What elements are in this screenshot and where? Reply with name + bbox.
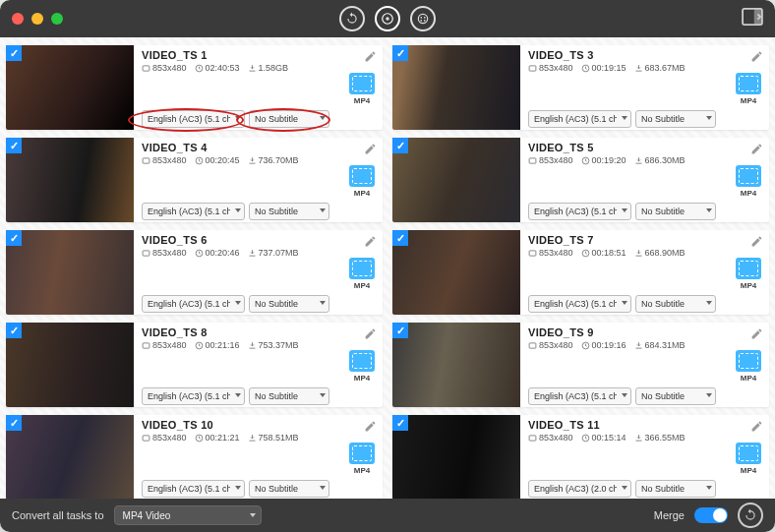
resolution-icon: 853x480 <box>528 155 573 165</box>
audio-track-select[interactable]: English (AC3) (5.1 ch) <box>142 110 245 128</box>
video-meta: 853x480 00:15:14 366.55MB <box>528 433 724 443</box>
format-mp4-icon <box>736 443 761 464</box>
task-checkbox[interactable] <box>392 138 408 153</box>
audio-track-select[interactable]: English (AC3) (5.1 ch) <box>528 203 631 220</box>
edit-task-button[interactable] <box>364 326 377 344</box>
subtitle-select[interactable]: No Subtitle <box>635 387 716 405</box>
edit-task-button[interactable] <box>750 142 763 159</box>
video-thumbnail[interactable] <box>392 138 520 222</box>
task-checkbox[interactable] <box>6 138 22 153</box>
subtitle-select[interactable]: No Subtitle <box>635 110 716 128</box>
filesize-icon: 684.31MB <box>634 340 686 350</box>
video-thumbnail[interactable] <box>392 415 520 499</box>
subtitle-select[interactable]: No Subtitle <box>249 387 329 405</box>
resolution-icon: 853x480 <box>142 248 187 258</box>
filesize-icon: 736.70MB <box>248 155 299 165</box>
subtitle-select[interactable]: No Subtitle <box>249 295 329 313</box>
subtitle-select[interactable]: No Subtitle <box>249 203 329 220</box>
format-mp4-icon <box>349 73 375 94</box>
task-checkbox[interactable] <box>392 45 408 61</box>
video-meta: 853x480 00:20:46 737.07MB <box>142 248 337 258</box>
video-thumbnail[interactable] <box>6 138 134 222</box>
video-meta: 853x480 02:40:53 1.58GB <box>142 63 337 73</box>
edit-task-button[interactable] <box>750 419 763 437</box>
filesize-icon: 366.55MB <box>634 433 686 443</box>
edit-task-button[interactable] <box>364 49 377 67</box>
zoom-window-button[interactable] <box>51 13 63 25</box>
merge-toggle[interactable] <box>694 507 728 523</box>
task-checkbox[interactable] <box>392 415 408 431</box>
duration-icon: 00:21:16 <box>195 340 240 350</box>
video-thumbnail[interactable] <box>392 230 520 315</box>
duration-icon: 00:21:21 <box>195 433 240 443</box>
duration-icon: 00:19:15 <box>581 63 626 73</box>
svg-rect-17 <box>143 250 149 255</box>
resolution-icon: 853x480 <box>142 340 187 350</box>
duration-icon: 00:20:46 <box>195 248 240 258</box>
audio-track-select[interactable]: English (AC3) (5.1 ch) <box>142 295 245 313</box>
merge-label: Merge <box>654 509 685 521</box>
filesize-icon: 668.90MB <box>634 248 686 258</box>
audio-track-select[interactable]: English (AC3) (5.1 ch) <box>142 203 245 220</box>
audio-track-select[interactable]: English (AC3) (5.1 ch) <box>528 387 631 405</box>
audio-track-select[interactable]: English (AC3) (5.1 ch) <box>528 110 631 128</box>
video-thumbnail[interactable] <box>6 45 134 130</box>
subtitle-select[interactable]: No Subtitle <box>249 480 329 498</box>
edit-task-button[interactable] <box>750 234 763 252</box>
close-window-button[interactable] <box>12 13 24 25</box>
convert-all-label: Convert all tasks to <box>12 509 104 521</box>
duration-icon: 00:19:20 <box>581 155 626 165</box>
tab-converting[interactable] <box>339 6 365 31</box>
edit-task-button[interactable] <box>364 419 377 437</box>
video-thumbnail[interactable] <box>6 230 134 315</box>
titlebar <box>0 0 775 37</box>
video-task-card: VIDEO_TS 8 853x480 00:21:16 753.37MB Eng… <box>6 323 383 407</box>
minimize-window-button[interactable] <box>31 13 43 25</box>
task-list[interactable]: VIDEO_TS 1 853x480 02:40:53 1.58GB Engli… <box>0 37 775 499</box>
audio-track-select[interactable]: English (AC3) (2.0 ch) <box>528 480 631 498</box>
subtitle-select[interactable]: No Subtitle <box>635 295 716 313</box>
task-checkbox[interactable] <box>6 45 22 61</box>
subtitle-select[interactable]: No Subtitle <box>249 110 329 128</box>
task-checkbox[interactable] <box>6 323 22 338</box>
task-checkbox[interactable] <box>392 323 408 338</box>
audio-track-select[interactable]: English (AC3) (5.1 ch) <box>142 387 245 405</box>
app-window: VIDEO_TS 1 853x480 02:40:53 1.58GB Engli… <box>0 0 775 532</box>
video-task-card: VIDEO_TS 11 853x480 00:15:14 366.55MB En… <box>392 415 769 499</box>
tab-toolbox[interactable] <box>410 6 436 31</box>
video-task-card: VIDEO_TS 3 853x480 00:19:15 683.67MB Eng… <box>392 45 769 130</box>
svg-point-5 <box>420 20 422 22</box>
filesize-icon: 753.37MB <box>248 340 299 350</box>
resolution-icon: 853x480 <box>528 340 573 350</box>
subtitle-select[interactable]: No Subtitle <box>635 480 716 498</box>
video-title: VIDEO_TS 8 <box>142 326 337 338</box>
svg-rect-15 <box>529 157 536 162</box>
video-thumbnail[interactable] <box>6 415 134 499</box>
start-convert-button[interactable] <box>738 502 763 528</box>
audio-track-select[interactable]: English (AC3) (5.1 ch) <box>528 295 631 313</box>
video-thumbnail[interactable] <box>6 323 134 407</box>
footer-bar: Convert all tasks to MP4 Video Merge <box>0 499 775 532</box>
duration-icon: 02:40:53 <box>195 63 240 73</box>
video-thumbnail[interactable] <box>392 323 520 407</box>
edit-task-button[interactable] <box>750 49 763 67</box>
task-checkbox[interactable] <box>392 230 408 246</box>
output-format-select[interactable]: MP4 Video <box>114 505 262 525</box>
edit-task-button[interactable] <box>364 142 377 159</box>
edit-task-button[interactable] <box>364 234 377 252</box>
video-meta: 853x480 00:19:16 684.31MB <box>528 340 724 350</box>
video-task-card: VIDEO_TS 9 853x480 00:19:16 684.31MB Eng… <box>392 323 769 407</box>
audio-track-select[interactable]: English (AC3) (5.1 ch) <box>142 480 245 498</box>
filesize-icon: 686.30MB <box>634 155 686 165</box>
task-checkbox[interactable] <box>6 230 22 246</box>
sidebar-toggle-icon[interactable] <box>742 8 763 30</box>
filesize-icon: 737.07MB <box>248 248 299 258</box>
svg-rect-23 <box>529 342 536 347</box>
task-checkbox[interactable] <box>6 415 22 431</box>
video-meta: 853x480 00:18:51 668.90MB <box>528 248 724 258</box>
resolution-icon: 853x480 <box>142 63 187 73</box>
edit-task-button[interactable] <box>750 326 763 344</box>
video-thumbnail[interactable] <box>392 45 520 130</box>
subtitle-select[interactable]: No Subtitle <box>635 203 716 220</box>
tab-downloading[interactable] <box>375 6 400 31</box>
